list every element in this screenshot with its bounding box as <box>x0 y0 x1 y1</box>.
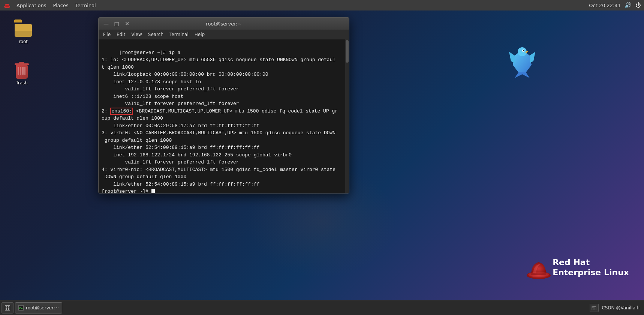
sound-icon[interactable]: 🔊 <box>625 2 632 9</box>
menu-applications[interactable]: Applications <box>13 2 49 9</box>
terminal-menu-view[interactable]: View <box>128 31 145 38</box>
svg-point-6 <box>528 272 549 277</box>
trash-label: Trash <box>16 80 28 86</box>
svg-rect-21 <box>593 309 595 309</box>
terminal-scrollbar[interactable] <box>345 39 349 193</box>
desktop-icon-root[interactable]: root <box>8 18 38 46</box>
terminal-window: — □ ✕ root@server:~ File Edit View Searc… <box>98 17 349 194</box>
svg-point-4 <box>523 50 524 51</box>
svg-rect-20 <box>595 308 595 308</box>
taskbar: root@server:~ CSDN @Vanilla-li <box>0 300 644 315</box>
redhat-text-line2: Enterprise Linux <box>553 268 629 278</box>
apps-grid-icon <box>5 305 10 310</box>
svg-rect-9 <box>6 308 7 310</box>
svg-rect-15 <box>593 306 594 307</box>
terminal-menu-terminal[interactable]: Terminal <box>166 31 192 38</box>
desktop-icon-trash[interactable]: Trash <box>7 59 37 87</box>
svg-rect-16 <box>594 306 595 307</box>
highlighted-ens160: ens160: <box>110 108 133 115</box>
redhat-logo: Red Hat Enterprise Linux <box>526 258 629 278</box>
svg-rect-18 <box>592 308 593 308</box>
redhat-text: Red Hat Enterprise Linux <box>553 258 629 278</box>
terminal-menu-search[interactable]: Search <box>145 31 166 38</box>
top-menubar-right: Oct 20 22:41 🔊 ⏻ <box>589 2 641 9</box>
terminal-taskbar-icon <box>18 305 24 310</box>
svg-rect-14 <box>592 306 593 307</box>
menu-terminal[interactable]: Terminal <box>72 2 99 9</box>
terminal-menu-file[interactable]: File <box>100 31 114 38</box>
taskbar-apps-button[interactable] <box>1 302 13 314</box>
desktop: root Trash <box>0 10 644 300</box>
terminal-titlebar[interactable]: — □ ✕ root@server:~ <box>99 18 349 30</box>
redhat-text-line1: Red Hat <box>553 258 629 267</box>
svg-rect-17 <box>595 306 596 307</box>
terminal-minimize-button[interactable]: — <box>102 19 111 28</box>
terminal-menubar: File Edit View Search Terminal Help <box>99 30 349 39</box>
taskbar-terminal-label: root@server:~ <box>26 305 59 310</box>
terminal-menu-edit[interactable]: Edit <box>114 31 128 38</box>
scrollbar-thumb[interactable] <box>346 40 349 63</box>
svg-rect-8 <box>8 306 9 308</box>
taskbar-right-area: CSDN @Vanilla-li <box>590 304 643 312</box>
terminal-line-0: [root@server ~]# ip a 1: lo: <LOOPBACK,U… <box>102 50 338 194</box>
terminal-title: root@server:~ <box>132 21 316 27</box>
power-icon[interactable]: ⏻ <box>635 2 641 9</box>
svg-rect-7 <box>6 306 7 308</box>
taskbar-terminal-button[interactable]: root@server:~ <box>15 302 62 314</box>
terminal-content[interactable]: [root@server ~]# ip a 1: lo: <LOOPBACK,U… <box>99 39 349 193</box>
terminal-close-button[interactable]: ✕ <box>123 19 132 28</box>
terminal-maximize-button[interactable]: □ <box>112 19 121 28</box>
top-menubar: Applications Places Terminal Oct 20 22:4… <box>0 0 644 10</box>
menu-places[interactable]: Places <box>50 2 71 9</box>
terminal-cursor <box>151 189 155 193</box>
svg-rect-10 <box>8 308 9 310</box>
svg-rect-19 <box>593 308 594 308</box>
redhat-hat-icon <box>526 258 548 277</box>
terminal-menu-help[interactable]: Help <box>192 31 208 38</box>
taskbar-right-text: CSDN @Vanilla-li <box>602 305 640 310</box>
clock-display: Oct 20 22:41 <box>589 3 621 8</box>
keyboard-layout-button[interactable] <box>590 304 599 312</box>
svg-point-1 <box>5 5 9 7</box>
top-menubar-left: Applications Places Terminal <box>3 1 99 9</box>
root-folder-label: root <box>19 39 28 44</box>
mica-bird-icon[interactable] <box>505 44 539 80</box>
